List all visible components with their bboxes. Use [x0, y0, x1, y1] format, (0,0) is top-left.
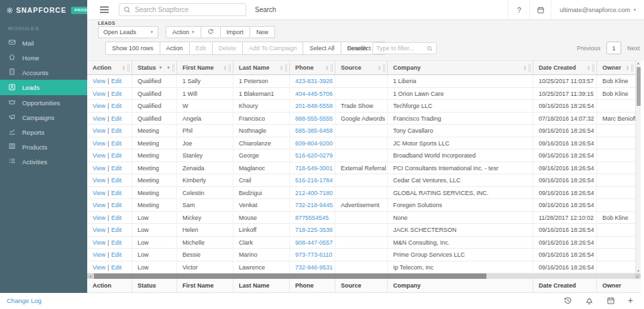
global-search-input[interactable]: [135, 6, 241, 13]
search-button[interactable]: Search: [255, 6, 276, 13]
refresh-button[interactable]: [201, 26, 221, 38]
chevron-down-icon[interactable]: ▾: [160, 65, 162, 70]
sort-icon[interactable]: ▲▼: [523, 65, 527, 70]
vertical-scrollbar[interactable]: ▲ ▼: [635, 60, 641, 273]
user-account-menu[interactable]: ultimate@snapforce.com ▾: [551, 0, 644, 19]
phone-link[interactable]: 516-216-1784: [295, 177, 333, 184]
column-resize-handle[interactable]: [172, 64, 174, 72]
edit-link[interactable]: Edit: [111, 103, 122, 109]
sort-icon[interactable]: ▲▼: [626, 65, 629, 70]
global-search-box[interactable]: [119, 3, 246, 16]
phone-link[interactable]: 423-831-3926: [295, 78, 333, 84]
phone-link[interactable]: 8775554545: [295, 214, 329, 221]
phone-link[interactable]: 718-549-3001: [295, 165, 333, 172]
column-resize-handle[interactable]: [229, 64, 231, 72]
column-header-company[interactable]: Company ▲▼: [388, 61, 533, 74]
column-header-owner[interactable]: Owner ▲▼: [597, 61, 635, 74]
sidebar-item-accounts[interactable]: Accounts: [0, 65, 87, 80]
sort-icon[interactable]: ▲▼: [122, 65, 125, 70]
sort-icon[interactable]: ▲▼: [587, 65, 590, 70]
history-icon[interactable]: [564, 296, 572, 305]
add-icon[interactable]: +: [628, 296, 633, 305]
sidebar-item-activities[interactable]: Activities: [0, 154, 87, 169]
edit-link[interactable]: Edit: [111, 90, 122, 97]
edit-link[interactable]: Edit: [111, 78, 122, 84]
view-link[interactable]: View: [93, 140, 105, 147]
calendar-icon[interactable]: [529, 0, 551, 19]
view-link[interactable]: View: [93, 165, 105, 172]
filter-input[interactable]: [376, 45, 424, 52]
add-to-campaign-button[interactable]: Add To Campaign: [242, 42, 303, 55]
edit-link[interactable]: Edit: [111, 190, 122, 196]
view-link[interactable]: View: [93, 239, 105, 246]
sort-icon[interactable]: ▲▼: [325, 65, 329, 70]
vertical-scrollbar-thumb[interactable]: [637, 67, 641, 106]
view-link[interactable]: View: [93, 127, 105, 134]
column-resize-handle[interactable]: [127, 64, 129, 72]
column-header-date-created[interactable]: Date Created ▲▼: [533, 61, 597, 74]
help-icon[interactable]: ?: [508, 0, 529, 19]
edit-link[interactable]: Edit: [111, 264, 122, 271]
horizontal-scrollbar[interactable]: ◂ ▸: [87, 273, 641, 279]
phone-link[interactable]: 609-804-9200: [295, 140, 333, 147]
next-page-button[interactable]: Next: [627, 45, 640, 52]
sort-icon[interactable]: ▲▼: [280, 65, 283, 70]
phone-link[interactable]: 973-773-6110: [295, 251, 332, 258]
delete-button[interactable]: Delete: [212, 42, 243, 55]
phone-link[interactable]: 404-445-5706: [295, 90, 333, 97]
action-button[interactable]: Action: [160, 42, 190, 55]
column-header-last-name[interactable]: Last Name ▲▼: [233, 61, 290, 74]
action-dropdown-button[interactable]: Action ▾: [166, 26, 201, 38]
change-log-link[interactable]: Change Log: [7, 297, 42, 304]
view-link[interactable]: View: [93, 227, 105, 233]
scroll-right-icon[interactable]: ▸: [635, 273, 641, 279]
edit-link[interactable]: Edit: [111, 140, 122, 147]
column-resize-handle[interactable]: [331, 64, 333, 72]
view-link[interactable]: View: [93, 177, 105, 184]
view-link[interactable]: View: [93, 214, 105, 221]
page-number-input[interactable]: 1: [606, 42, 621, 54]
column-resize-handle[interactable]: [285, 64, 287, 72]
column-header-status[interactable]: Status ▾ ▼: [132, 61, 177, 74]
sidebar-item-campaigns[interactable]: Campaigns: [0, 110, 87, 125]
phone-link[interactable]: 732-946-9531: [295, 264, 333, 271]
column-resize-handle[interactable]: [383, 64, 385, 72]
sort-icon[interactable]: ▲▼: [223, 65, 227, 70]
sidebar-item-reports[interactable]: Reports: [0, 125, 87, 139]
sort-icon[interactable]: ▲▼: [378, 65, 381, 70]
previous-page-button[interactable]: Previous: [577, 45, 600, 52]
lead-view-select[interactable]: Open Leads ▾: [98, 26, 158, 38]
hamburger-menu-icon[interactable]: [99, 6, 109, 13]
sidebar-item-products[interactable]: Products: [0, 139, 87, 154]
phone-link[interactable]: 888-555-5555: [295, 115, 333, 122]
view-link[interactable]: View: [93, 251, 105, 258]
column-header-action[interactable]: Action ▲▼: [87, 61, 132, 74]
edit-link[interactable]: Edit: [111, 177, 122, 184]
calendar-icon[interactable]: [606, 296, 615, 305]
sidebar-item-mail[interactable]: Mail: [0, 36, 87, 50]
view-link[interactable]: View: [93, 90, 105, 97]
scroll-down-icon[interactable]: ▼: [636, 268, 641, 273]
edit-link[interactable]: Edit: [111, 127, 122, 134]
column-header-first-name[interactable]: First Name ▲▼: [177, 61, 233, 74]
view-link[interactable]: View: [93, 202, 105, 208]
column-resize-handle[interactable]: [529, 64, 531, 72]
edit-link[interactable]: Edit: [111, 251, 122, 258]
phone-link[interactable]: 718-225-3536: [295, 227, 333, 233]
column-header-source[interactable]: Source ▲▼: [335, 61, 388, 74]
view-link[interactable]: View: [93, 78, 105, 84]
edit-link[interactable]: Edit: [111, 115, 122, 122]
edit-link[interactable]: Edit: [111, 202, 122, 208]
column-header-phone[interactable]: Phone ▲▼: [290, 61, 335, 74]
edit-link[interactable]: Edit: [111, 214, 122, 221]
sidebar-item-home[interactable]: Home: [0, 50, 87, 65]
sidebar-item-leads[interactable]: Leads: [0, 80, 87, 95]
phone-link[interactable]: 585-385-6458: [295, 127, 333, 134]
sidebar-item-opportunities[interactable]: Opportunities: [0, 95, 87, 110]
phone-link[interactable]: 201-848-5558: [295, 103, 333, 109]
view-link[interactable]: View: [93, 103, 105, 109]
select-all-button[interactable]: Select All: [303, 42, 341, 55]
phone-link[interactable]: 516-620-0279: [295, 152, 333, 159]
view-link[interactable]: View: [93, 152, 105, 159]
edit-link[interactable]: Edit: [111, 227, 122, 233]
